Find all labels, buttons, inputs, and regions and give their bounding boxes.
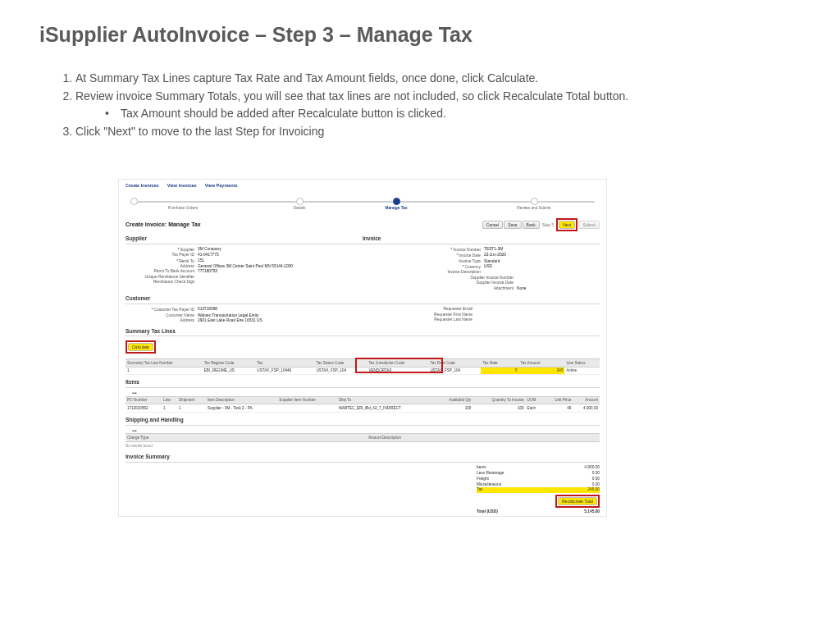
- taxlines-row: 1 EBI_REGIME_US USTAX_FSP_10446 USTAX_FS…: [126, 367, 600, 375]
- lbl-cpayer: Customer Tax Payer ID: [126, 307, 198, 313]
- th-uom: UOM: [526, 396, 544, 404]
- step-train: Purchase Orders Details Manage Tax Revie…: [126, 194, 600, 213]
- recalc-highlight: Recalculate Total: [555, 495, 600, 508]
- td-amt[interactable]: 245: [518, 367, 564, 375]
- td-sitem: [277, 404, 337, 413]
- instruction-list: At Summary Tax Lines capture Tax Rate an…: [75, 70, 801, 139]
- supplier-heading: Supplier: [126, 235, 363, 244]
- sum-val-retain: 0.00: [592, 471, 600, 476]
- th-po: PO Number: [126, 396, 162, 404]
- sum-val-items: 4,900.00: [584, 465, 600, 470]
- step-2: Review invoice Summary Totals, you will …: [75, 88, 801, 121]
- td-desc: Supplier - 3M - Task 2 - PA: [206, 404, 277, 413]
- td-ln: 1: [126, 367, 203, 375]
- th-tax: Tax: [255, 359, 314, 368]
- step-1: At Summary Tax Lines capture Tax Rate an…: [75, 70, 801, 86]
- sum-lbl-total: Total (USD): [477, 509, 498, 514]
- lbl-remit: Remit To: [126, 258, 198, 264]
- cancel-button[interactable]: Cancel: [482, 221, 504, 229]
- train-node-review[interactable]: [531, 198, 538, 205]
- step-2-text: Review invoice Summary Totals, you will …: [75, 89, 628, 103]
- lbl-att: Attachment: [445, 286, 517, 291]
- th-charge: Charge Type: [126, 434, 171, 442]
- step-3: Click "Next" to move to the last Step fo…: [75, 123, 801, 139]
- train-label-po: Purchase Orders: [168, 206, 198, 211]
- recalculate-button[interactable]: Recalculate Total: [558, 497, 597, 505]
- tab-create-invoices[interactable]: Create Invoices: [126, 183, 159, 189]
- page-title: Create Invoice: Manage Tax: [126, 221, 201, 228]
- val-bank: 777180753: [198, 269, 217, 274]
- td-rate[interactable]: 5: [481, 367, 518, 375]
- next-highlight: Next: [556, 218, 578, 231]
- th-line: Line: [162, 396, 177, 404]
- items-header: PO Number Line Shipment Item Description…: [126, 396, 600, 404]
- page-tabs: Create Invoices View Invoices View Payme…: [119, 180, 606, 192]
- shipping-heading: Shipping and Handling: [126, 417, 600, 426]
- sum-val-misc: 0.00: [592, 482, 600, 487]
- tab-view-payments[interactable]: View Payments: [205, 183, 238, 189]
- th-ratecode: Tax Rate Code: [428, 359, 481, 368]
- calculate-highlight: Calculate: [126, 340, 156, 354]
- sum-lbl-misc: Miscellaneous: [477, 482, 501, 487]
- th-juris: Tax Jurisdiction Code: [367, 359, 428, 368]
- action-buttons: Cancel Save Back Step 3 Next Submit: [482, 218, 600, 231]
- customer-heading: Customer: [126, 295, 600, 304]
- next-button[interactable]: Next: [559, 221, 575, 229]
- train-label-tax: Manage Tax: [385, 206, 407, 211]
- td-ratecode: USTAX_FSP_104: [428, 367, 481, 375]
- submit-button[interactable]: Submit: [578, 221, 600, 229]
- taxlines-header: Summary Tax Line Number Tax Regime Code …: [126, 359, 600, 368]
- summary-heading: Invoice Summary: [126, 454, 600, 463]
- td-uom: Each: [526, 404, 544, 413]
- lbl-caddr: Address: [126, 318, 198, 323]
- train-node-details[interactable]: [296, 198, 304, 205]
- sum-val-total: 5,145.00: [584, 509, 600, 514]
- train-node-po[interactable]: [130, 198, 138, 205]
- td-lstat: Active: [564, 367, 600, 375]
- tab-view-invoices[interactable]: View Invoices: [167, 183, 197, 189]
- td-iamt: 4,900.00: [573, 404, 600, 413]
- td-po: 1712010852: [126, 404, 162, 413]
- save-button[interactable]: Save: [504, 221, 521, 229]
- th-amtdesc: Amount Description: [171, 434, 600, 442]
- lbl-invdate: Invoice Date: [412, 253, 484, 258]
- items-table: PO Number Line Shipment Item Description…: [126, 396, 600, 413]
- th-rate: Tax Rate: [481, 359, 518, 368]
- sum-lbl-tax: Tax: [477, 487, 482, 492]
- sum-val-freight: 0.00: [592, 477, 600, 482]
- summary-totals: Items4,900.00 Less Retainage0.00 Freight…: [477, 465, 600, 515]
- th-shipto: Ship To: [337, 396, 435, 404]
- th-price: Unit Price: [544, 396, 573, 404]
- td-avail: 100: [435, 404, 472, 413]
- shipping-pager[interactable]: •••: [126, 428, 600, 434]
- th-desc: Item Description: [206, 396, 277, 404]
- val-cpayer: 513719098: [198, 307, 217, 313]
- val-att: None: [517, 286, 526, 291]
- td-status: USTAX_FSP_104: [314, 367, 367, 375]
- th-ln: Summary Tax Line Number: [126, 359, 203, 368]
- th-qty: Quantity To Invoice: [472, 396, 525, 404]
- val-invnum: TEST1-3M: [484, 247, 503, 253]
- train-node-tax[interactable]: [393, 198, 400, 205]
- calculate-button[interactable]: Calculate: [128, 343, 153, 351]
- lbl-supplier: Supplier: [126, 247, 198, 253]
- invoice-heading: Invoice: [363, 235, 600, 244]
- items-heading: Items: [126, 379, 600, 388]
- items-row: 1712010852 1 1 Supplier - 3M - Task 2 - …: [126, 404, 600, 413]
- th-iamt: Amount: [573, 396, 600, 404]
- th-avail: Available Qty: [435, 396, 472, 404]
- step-indicator: Step 3: [541, 222, 555, 227]
- td-qty: 100: [472, 404, 525, 413]
- th-sitem: Supplier Item Number: [277, 396, 337, 404]
- td-tax: USTAX_FSP_10446: [255, 367, 314, 375]
- td-price: 49: [544, 404, 573, 413]
- items-pager[interactable]: •••: [126, 390, 600, 396]
- th-amt: Tax Amount: [518, 359, 564, 368]
- back-button[interactable]: Back: [523, 221, 540, 229]
- screenshot-frame: Create Invoices View Invoices View Payme…: [118, 179, 607, 517]
- td-line: 1: [162, 404, 177, 413]
- th-regime: Tax Regime Code: [203, 359, 256, 368]
- shipping-none: No results found.: [126, 442, 600, 450]
- td-regime: EBI_REGIME_US: [203, 367, 256, 375]
- slide-title: iSupplier AutoInvoice – Step 3 – Manage …: [39, 23, 801, 47]
